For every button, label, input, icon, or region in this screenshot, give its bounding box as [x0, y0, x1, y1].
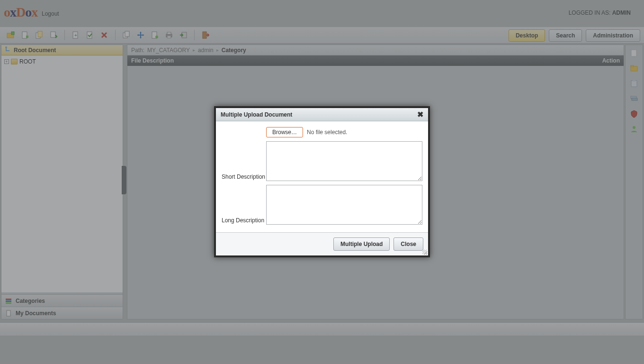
- file-row: Browse… No file selected.: [222, 127, 422, 137]
- multiple-upload-button[interactable]: Multiple Upload: [333, 237, 390, 251]
- close-button[interactable]: Close: [394, 237, 423, 251]
- no-file-label: No file selected.: [307, 129, 347, 136]
- long-desc-row: Long Description: [222, 185, 422, 225]
- dialog-footer: Multiple Upload Close: [216, 232, 428, 255]
- short-description-input[interactable]: [266, 141, 422, 181]
- file-label: [222, 136, 266, 137]
- long-description-input[interactable]: [266, 185, 422, 225]
- browse-button[interactable]: Browse…: [266, 127, 303, 137]
- long-desc-label: Long Description: [222, 217, 266, 225]
- close-icon[interactable]: ✖: [417, 110, 423, 119]
- short-desc-row: Short Description: [222, 141, 422, 181]
- dialog-body: Browse… No file selected. Short Descript…: [216, 121, 428, 232]
- dialog-titlebar[interactable]: Multiple Upload Document ✖: [216, 108, 428, 121]
- dialog-title: Multiple Upload Document: [221, 111, 292, 118]
- multiple-upload-dialog: Multiple Upload Document ✖ Browse… No fi…: [214, 106, 430, 257]
- short-desc-label: Short Description: [222, 173, 266, 181]
